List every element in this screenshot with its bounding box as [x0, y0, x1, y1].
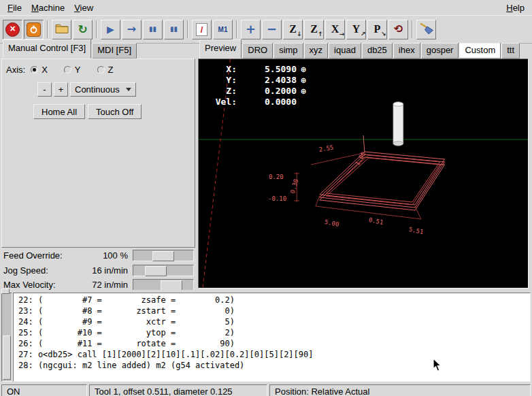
- axis-caption: Axis:: [6, 65, 25, 75]
- slider-label: Feed Override:: [1, 250, 83, 261]
- view-arrow-icon: ↑: [318, 31, 323, 37]
- max-velocity-slider[interactable]: [133, 279, 194, 291]
- rotate-view-button[interactable]: ⟲: [388, 20, 408, 39]
- homed-icon: ⊕: [297, 75, 310, 86]
- toolbar-separator: [187, 20, 188, 38]
- feed-override-slider[interactable]: [133, 250, 194, 261]
- jog-mode-select[interactable]: Continuous: [70, 82, 136, 97]
- zoom-in-button[interactable]: +: [241, 20, 261, 39]
- slider-thumb[interactable]: [152, 251, 174, 261]
- pause-program-button[interactable]: ▮▮: [143, 20, 163, 39]
- homed-icon: ⊕: [297, 64, 310, 75]
- gcode-scrollbar[interactable]: [1, 293, 12, 382]
- dimension-label: 0.20: [269, 174, 284, 180]
- tab-gosper[interactable]: gosper: [421, 43, 459, 59]
- menu-machine[interactable]: Machine: [27, 1, 69, 14]
- preview-panel: PreviewDROsimpxyziquaddb25ihexgosperCust…: [197, 44, 532, 290]
- scrollbar-thumb[interactable]: [3, 335, 11, 380]
- slider-value: 100 %: [83, 250, 128, 261]
- tab-ihex[interactable]: ihex: [393, 43, 420, 59]
- view-z2-icon: Z↑: [310, 24, 318, 35]
- slider-value: 16 in/min: [83, 265, 128, 276]
- dro-value: 0.0000: [237, 97, 297, 108]
- toolbar-separator: [412, 20, 413, 38]
- tab-simp[interactable]: simp: [273, 43, 303, 59]
- stop-program-button[interactable]: ▮▮: [164, 20, 184, 39]
- pause-icon: ▮▮: [149, 26, 156, 33]
- open-file-button[interactable]: [52, 20, 71, 39]
- reload-icon: ↻: [78, 24, 87, 35]
- tab-custom[interactable]: Custom: [459, 43, 501, 59]
- preview-canvas[interactable]: X:5.5090⊕Y:2.4038⊕Z:0.2000⊕Vel:0.0000 2.…: [198, 59, 529, 288]
- view-x-button[interactable]: X→: [325, 20, 345, 39]
- gcode-listing[interactable]: 22: ( #7 = zsafe = 0.2) 23: ( #8 = zstar…: [13, 293, 531, 382]
- homed-icon: [297, 97, 310, 108]
- pane-sash-grip[interactable]: [1, 288, 10, 294]
- dro-row: Y:2.4038⊕: [207, 75, 310, 86]
- reload-file-button[interactable]: ↻: [73, 20, 93, 39]
- dro-axis-label: Vel:: [207, 97, 237, 108]
- radio-icon: [64, 66, 71, 73]
- tool-info: Tool 1, offset 0.511, diameter 0.125: [89, 384, 267, 396]
- home-all-button[interactable]: Home All: [33, 104, 85, 119]
- jog-plus-button[interactable]: +: [54, 82, 68, 97]
- machine-power-button[interactable]: [24, 20, 44, 39]
- dimension-label: -0.10: [268, 195, 286, 202]
- jog-mode-value: Continuous: [75, 84, 120, 95]
- slider-label: Jog Speed:: [1, 265, 83, 276]
- tab-mdi-f5-[interactable]: MDI [F5]: [92, 43, 137, 59]
- tab-dro[interactable]: DRO: [242, 43, 273, 59]
- tab-preview[interactable]: Preview: [199, 39, 242, 59]
- step-line-button[interactable]: →: [122, 20, 142, 39]
- view-arrow-icon: →: [339, 31, 345, 37]
- tab-xyz[interactable]: xyz: [304, 43, 329, 59]
- zoom-out-button[interactable]: −: [262, 20, 282, 39]
- menu-view[interactable]: View: [69, 1, 98, 14]
- axis-radio-y[interactable]: Y: [64, 65, 81, 75]
- run-program-button[interactable]: ▶: [101, 20, 120, 39]
- dro-axis-label: Y:: [207, 75, 237, 86]
- tab-manual-control-f3-[interactable]: Manual Control [F3]: [3, 39, 91, 59]
- view-p-button[interactable]: P↘: [367, 20, 387, 39]
- estop-icon: ×: [5, 22, 20, 37]
- view-z-icon: Z↓: [289, 24, 297, 35]
- toolbar-separator: [47, 20, 48, 38]
- view-x-icon: X→: [331, 24, 339, 35]
- jog-speed-slider[interactable]: [133, 265, 194, 276]
- axis-radio-z[interactable]: Z: [97, 65, 114, 75]
- position-mode: Position: Relative Actual: [269, 384, 531, 396]
- rotate-icon: ⟲: [394, 24, 403, 35]
- open-folder-icon: [55, 23, 69, 35]
- axis-radio-x[interactable]: X: [31, 65, 48, 75]
- view-arrow-icon: ↓: [297, 31, 302, 37]
- tool-cylinder: [393, 102, 403, 146]
- estop-button[interactable]: ×: [3, 20, 22, 39]
- jog-minus-button[interactable]: -: [37, 82, 52, 97]
- slider-thumb[interactable]: [145, 266, 167, 276]
- slider-value: 72 in/min: [83, 280, 128, 290]
- jog-row: - + Continuous: [37, 82, 192, 97]
- tab-iquad[interactable]: iquad: [329, 43, 361, 59]
- view-arrow-icon: ↗: [361, 31, 366, 37]
- view-arrow-icon: ↘: [381, 31, 386, 37]
- view-z2-button[interactable]: Z↑: [304, 20, 324, 39]
- touch-off-button[interactable]: Touch Off: [88, 104, 142, 119]
- optional-pause-toggle[interactable]: M1: [213, 20, 233, 39]
- slider-thumb[interactable]: [161, 280, 182, 291]
- tab-ttt[interactable]: ttt: [501, 43, 520, 59]
- control-panel: Manual Control [F3]MDI [F5] Axis: XYZ - …: [0, 44, 197, 290]
- toolpath-outline: [320, 152, 445, 210]
- plunge-move-line: [363, 135, 365, 152]
- dro-row: Vel:0.0000: [207, 97, 310, 108]
- skip-lines-toggle[interactable]: /: [192, 20, 212, 39]
- status-bar: ONTool 1, offset 0.511, diameter 0.125Po…: [0, 383, 532, 396]
- tab-db25[interactable]: db25: [362, 43, 393, 59]
- view-y-button[interactable]: Y↗: [346, 20, 366, 39]
- axis-option-label: Z: [108, 65, 114, 75]
- menu-file[interactable]: File: [3, 1, 27, 14]
- linuxcnc-axis-window: FileMachineViewHelp ×↻▶→▮▮▮▮/M1+−Z↓Z↑X→Y…: [0, 0, 532, 396]
- menu-help[interactable]: Help: [501, 1, 529, 14]
- dro-value: 5.5090: [237, 64, 297, 75]
- view-z-button[interactable]: Z↓: [283, 20, 303, 39]
- clear-plot-button[interactable]: [416, 20, 436, 39]
